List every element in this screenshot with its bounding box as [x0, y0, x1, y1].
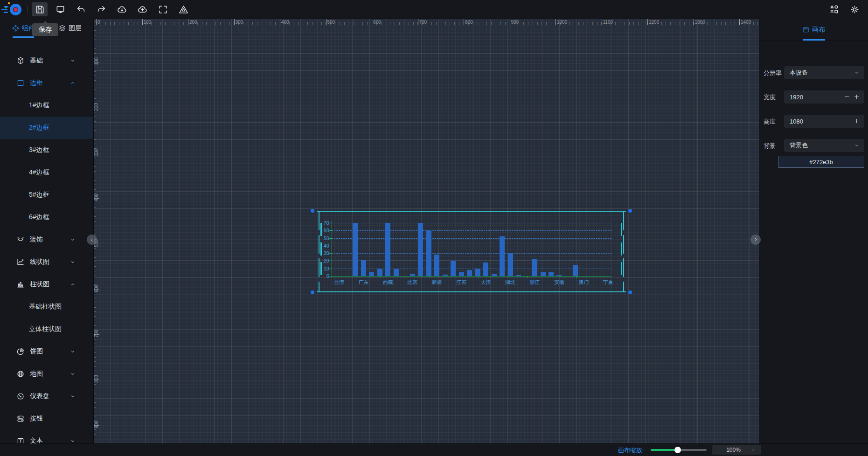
x-axis-tick [356, 276, 356, 278]
resize-handle-bottom-left[interactable] [311, 290, 314, 294]
chart-gridline [332, 269, 611, 269]
chart-gridline [332, 253, 611, 254]
sidebar-category-基础[interactable]: 基础 [0, 49, 93, 72]
width-label: 宽度 [764, 93, 776, 102]
sidebar-category-地图[interactable]: 地图 [0, 363, 93, 385]
chart-gridline [332, 230, 611, 231]
chart-bar [573, 265, 578, 276]
x-axis-tick-label: 北京 [400, 279, 424, 286]
collapse-left-button[interactable] [87, 235, 97, 245]
sidebar-category-柱状图[interactable]: 柱状图 [0, 273, 93, 296]
chart-bar [492, 274, 497, 276]
slider-thumb[interactable] [674, 447, 681, 453]
selected-border-component[interactable]: 010203040506070台湾广东西藏北京新疆江苏天津湖北浙江安徽澳门宁夏 [312, 211, 630, 292]
cloud-upload-button[interactable] [134, 2, 150, 16]
sidebar-item-5#边框[interactable]: 5#边框 [0, 184, 93, 206]
height-row: 高度 1080 [759, 115, 868, 128]
resize-handle-top-right[interactable] [628, 209, 632, 213]
canvas-zoom-label: 画布缩放: [618, 446, 644, 455]
chart-gridline [332, 238, 611, 239]
fullscreen-button[interactable] [155, 2, 171, 16]
canvas-zoom-slider[interactable] [651, 449, 707, 451]
design-canvas[interactable]: 010203040506070台湾广东西藏北京新疆江苏天津湖北浙江安徽澳门宁夏 … [93, 19, 759, 444]
monitor-button[interactable] [52, 2, 68, 16]
bar-chart-icon [16, 280, 25, 289]
background-select[interactable]: 背景色 [784, 139, 864, 152]
chart-bar [508, 253, 513, 276]
y-axis-tick-label: 70 [316, 220, 329, 226]
tab-canvas[interactable]: 画布 [759, 19, 868, 41]
resize-handle-top-left[interactable] [311, 209, 314, 213]
theme-sun-button[interactable] [847, 2, 861, 16]
sidebar-item-基础柱状图[interactable]: 基础柱状图 [0, 296, 93, 318]
sidebar-item-6#边框[interactable]: 6#边框 [0, 206, 93, 228]
globe-icon [16, 370, 25, 378]
app-logo-icon[interactable] [0, 0, 25, 19]
resolution-select[interactable]: 本设备 [784, 66, 864, 79]
chevron-down-icon [69, 393, 77, 400]
chart-bar [353, 223, 358, 276]
item-label: 3#边框 [29, 146, 49, 154]
minus-icon[interactable] [843, 117, 850, 124]
x-axis-tick [454, 276, 454, 278]
save-button[interactable] [32, 2, 48, 16]
canvas-settings-panel: 画布 分辨率 本设备 宽度 1920 高度 1080 [759, 19, 868, 444]
redo-button[interactable] [93, 2, 109, 16]
resolution-value: 本设备 [790, 69, 808, 77]
x-axis-tick-label: 西藏 [376, 279, 400, 286]
ruler-top-label: 1000 [557, 20, 567, 25]
sidebar-category-仪表盘[interactable]: 仪表盘 [0, 385, 93, 408]
sidebar-category-线状图[interactable]: 线状图 [0, 251, 93, 273]
sidebar-item-立体柱状图[interactable]: 立体柱状图 [0, 318, 93, 340]
cloud-upload-icon [137, 4, 148, 15]
background-color-input[interactable]: #272e3b [778, 156, 864, 168]
height-label: 高度 [764, 117, 776, 126]
sidebar-category-边框[interactable]: 边框 [0, 72, 93, 94]
shapes-button[interactable] [827, 2, 841, 16]
minus-icon[interactable] [843, 93, 850, 100]
zoom-percent-value: 100% [717, 447, 750, 453]
background-label: 背景 [764, 142, 776, 150]
item-label: 6#边框 [29, 213, 49, 221]
height-input[interactable]: 1080 [784, 115, 864, 128]
bar-chart: 010203040506070台湾广东西藏北京新疆江苏天津湖北浙江安徽澳门宁夏 [312, 211, 630, 292]
zoom-percent-select[interactable]: 100% [712, 445, 761, 455]
plus-icon[interactable] [853, 117, 860, 124]
sidebar-category-装饰[interactable]: 装饰 [0, 228, 93, 251]
component-menu: 基础边框1#边框2#边框3#边框4#边框5#边框6#边框装饰线状图柱状图基础柱状… [0, 38, 93, 452]
item-label: 5#边框 [29, 191, 49, 199]
ruler-top-label: 500 [327, 20, 335, 25]
sidebar-item-4#边框[interactable]: 4#边框 [0, 161, 93, 184]
monitor-icon [55, 4, 66, 15]
ruler-top-label: 700 [419, 20, 427, 25]
sidebar-category-按钮[interactable]: 按钮 [0, 408, 93, 430]
save-icon [35, 4, 45, 15]
ruler-left-label: 100 [94, 55, 99, 69]
resize-handle-bottom-right[interactable] [628, 290, 632, 294]
chart-bar [410, 274, 415, 276]
chevron-left-icon [89, 236, 95, 243]
sidebar-item-2#边框[interactable]: 2#边框 [0, 117, 93, 139]
category-label: 地图 [30, 370, 43, 378]
width-input[interactable]: 1920 [784, 90, 864, 104]
plus-icon[interactable] [853, 93, 860, 100]
undo-button[interactable] [73, 2, 89, 16]
chart-bar [500, 236, 505, 276]
x-axis-tick-label: 新疆 [425, 279, 449, 286]
chart-bar [532, 259, 537, 276]
sidebar-item-1#边框[interactable]: 1#边框 [0, 94, 93, 117]
pie-chart-icon [16, 347, 25, 356]
x-axis-tick-label: 安徽 [547, 279, 571, 286]
y-axis-tick-label: 30 [316, 250, 329, 256]
release-triangle-button[interactable] [175, 2, 191, 16]
collapse-right-button[interactable] [750, 235, 761, 245]
save-tooltip: 保存 [32, 23, 58, 36]
diamonds-icon [12, 24, 20, 32]
sidebar-category-饼图[interactable]: 饼图 [0, 340, 93, 363]
sidebar-item-3#边框[interactable]: 3#边框 [0, 139, 93, 161]
ruler-top-label: 100 [144, 20, 152, 25]
chevron-down-icon [69, 236, 77, 243]
cloud-download-button[interactable] [114, 2, 130, 16]
datav-editor-window: 保存 组件 图层 基础边框1#边框2#边框3#边框4#边框5#边框6#边框装饰线… [0, 0, 868, 456]
ruler-left-label: 900 [94, 417, 99, 431]
